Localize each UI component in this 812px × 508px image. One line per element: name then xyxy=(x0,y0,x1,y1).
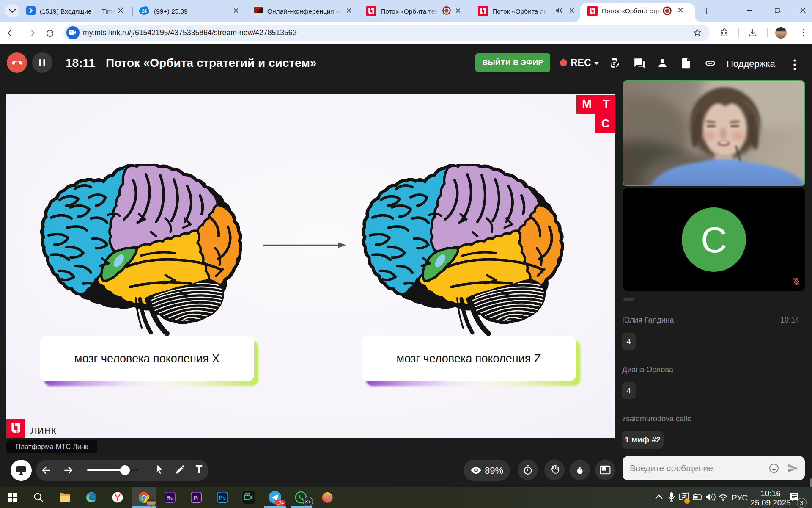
svg-text:Pr: Pr xyxy=(193,494,199,501)
svg-text:Ps: Ps xyxy=(219,494,226,501)
svg-text:24: 24 xyxy=(142,9,147,14)
svg-text:Ru: Ru xyxy=(166,494,173,501)
